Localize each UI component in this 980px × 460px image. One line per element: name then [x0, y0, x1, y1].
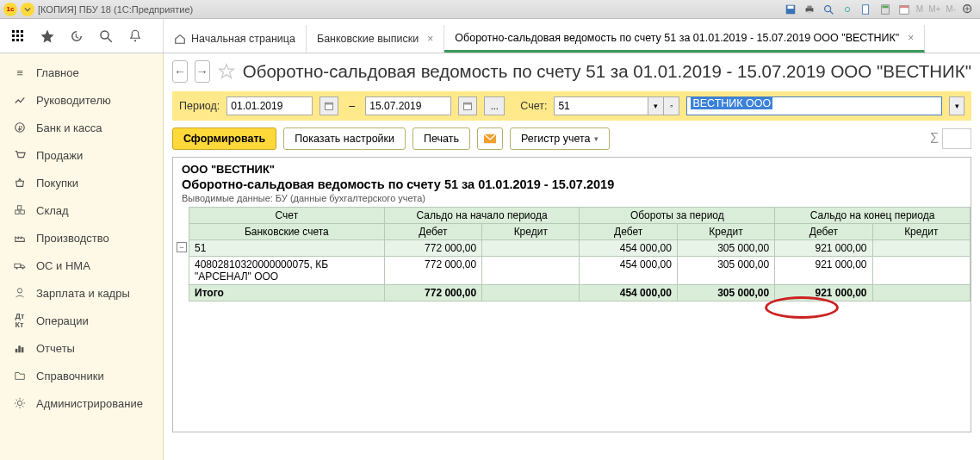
- sidebar-item-operations[interactable]: ДтКтОперации: [0, 307, 163, 334]
- sidebar-item-reports[interactable]: Отчеты: [0, 334, 163, 362]
- svg-rect-19: [16, 34, 19, 37]
- table-row[interactable]: −51 772 000,00 454 000,00 305 000,00 921…: [189, 240, 971, 257]
- tab-report-label: Оборотно-сальдовая ведомость по счету 51…: [455, 32, 899, 44]
- sidebar-item-manager[interactable]: Руководителю: [0, 86, 163, 114]
- sidebar-item-production[interactable]: Производство: [0, 224, 163, 252]
- email-button[interactable]: [477, 127, 503, 150]
- tab-home[interactable]: Начальная страница: [164, 25, 307, 53]
- calendar-icon[interactable]: [897, 3, 911, 16]
- svg-point-39: [17, 401, 22, 405]
- cell: 921 000,00: [775, 240, 872, 257]
- svg-rect-23: [21, 39, 23, 41]
- nav-forward-button[interactable]: →: [195, 60, 210, 83]
- history-icon[interactable]: [67, 27, 86, 46]
- memory-m[interactable]: M: [916, 4, 923, 14]
- sigma-value-box[interactable]: [942, 128, 971, 149]
- sigma-label: Σ: [930, 131, 939, 146]
- sidebar-label: ОС и НМА: [36, 259, 90, 272]
- sidebar-item-hr[interactable]: Зарплата и кадры: [0, 279, 163, 307]
- th-debit: Дебет: [775, 224, 872, 240]
- svg-rect-38: [22, 347, 24, 352]
- period-dialog-button[interactable]: ...: [484, 96, 505, 115]
- sidebar-item-warehouse[interactable]: Склад: [0, 196, 163, 224]
- account-input[interactable]: [554, 96, 648, 115]
- nav-back-button[interactable]: ←: [172, 60, 188, 83]
- svg-rect-1: [787, 5, 793, 9]
- sidebar-item-catalogs[interactable]: Справочники: [0, 362, 163, 389]
- svg-rect-29: [16, 210, 19, 214]
- print-icon[interactable]: [803, 3, 816, 16]
- date-from-input[interactable]: [226, 96, 313, 115]
- cell-acct: 51: [195, 242, 206, 254]
- search-toolbar-icon[interactable]: [96, 27, 115, 46]
- form-button[interactable]: Сформировать: [172, 127, 276, 150]
- tab-close-icon[interactable]: ×: [427, 33, 433, 45]
- tab-close-icon[interactable]: ×: [908, 32, 914, 44]
- calendar-from-icon[interactable]: [319, 96, 338, 115]
- sidebar-item-purchases[interactable]: Покупки: [0, 169, 163, 196]
- svg-rect-31: [17, 206, 21, 209]
- org-selected-text: ВЕСТНИК ООО: [691, 97, 772, 109]
- svg-point-5: [824, 5, 830, 11]
- account-dropdown-icon[interactable]: ▾: [648, 96, 664, 115]
- calendar-to-icon[interactable]: [458, 96, 477, 115]
- calc-icon[interactable]: [878, 3, 892, 16]
- organization-input[interactable]: ВЕСТНИК ООО: [686, 96, 942, 115]
- svg-rect-43: [464, 103, 472, 104]
- tree-collapse-icon[interactable]: −: [177, 242, 187, 252]
- memory-mplus[interactable]: M+: [928, 4, 940, 14]
- svg-rect-41: [326, 103, 333, 104]
- sidebar-item-bank[interactable]: ₽Банк и касса: [0, 114, 163, 141]
- cell-acct: Итого: [189, 285, 385, 301]
- show-settings-button[interactable]: Показать настройки: [283, 127, 406, 150]
- sidebar-item-assets[interactable]: ОС и НМА: [0, 252, 163, 279]
- star-icon[interactable]: [38, 27, 57, 46]
- link-icon[interactable]: [840, 3, 854, 16]
- sidebar-label: Склад: [36, 204, 69, 217]
- print-button[interactable]: Печать: [412, 127, 470, 150]
- th-account: Счет: [189, 208, 385, 224]
- truck-icon: [12, 258, 28, 273]
- tab-bank[interactable]: Банковские выписки ×: [307, 25, 444, 53]
- action-bar: Сформировать Показать настройки Печать Р…: [172, 121, 971, 157]
- svg-rect-32: [15, 264, 21, 267]
- sidebar-item-sales[interactable]: Продажи: [0, 141, 163, 169]
- zoom-in-icon[interactable]: [961, 3, 975, 16]
- dtkt-icon: ДтКт: [12, 313, 28, 328]
- report-area: ООО "ВЕСТНИК" Оборотно-сальдовая ведомос…: [172, 157, 971, 432]
- svg-text:₽: ₽: [18, 125, 22, 133]
- window-titlebar: 1c [КОПИЯ] ПБУ 18 (1С:Предприятие) M M+ …: [0, 0, 980, 19]
- cell: 921 000,00: [775, 257, 872, 285]
- favorite-star-icon[interactable]: [217, 62, 236, 81]
- table-row-total: Итого 772 000,00 454 000,00 305 000,00 9…: [189, 285, 971, 301]
- memory-mminus[interactable]: M-: [946, 4, 956, 14]
- sidebar-item-admin[interactable]: Администрирование: [0, 389, 163, 417]
- cell: 772 000,00: [384, 240, 481, 257]
- sidebar-label: Операции: [36, 314, 89, 327]
- table-row[interactable]: 40802810320000000075, КБ "АРСЕНАЛ" ООО 7…: [189, 257, 971, 285]
- search-icon[interactable]: [822, 3, 835, 16]
- tab-report[interactable]: Оборотно-сальдовая ведомость по счету 51…: [444, 25, 925, 53]
- register-button[interactable]: Регистр учета▾: [510, 127, 610, 150]
- svg-line-6: [830, 10, 834, 14]
- cart-icon: [12, 147, 28, 163]
- sidebar-item-main[interactable]: ≡Главное: [0, 59, 163, 86]
- app-dropdown[interactable]: [21, 3, 34, 16]
- bell-icon[interactable]: [126, 27, 145, 46]
- trend-icon: [12, 92, 28, 108]
- cell: 454 000,00: [580, 240, 677, 257]
- svg-rect-21: [12, 39, 15, 41]
- basket-icon: [12, 175, 28, 190]
- date-to-input[interactable]: [365, 96, 451, 115]
- account-open-icon[interactable]: ▫: [664, 96, 679, 115]
- sidebar-label: Зарплата и кадры: [36, 287, 130, 300]
- org-dropdown-icon[interactable]: ▾: [949, 96, 964, 115]
- cell: [482, 240, 580, 257]
- doc-icon[interactable]: [859, 3, 873, 16]
- menu-icon: ≡: [12, 65, 28, 80]
- form-button-label: Сформировать: [183, 133, 265, 145]
- apps-icon[interactable]: [9, 27, 28, 46]
- save-icon[interactable]: [784, 3, 797, 16]
- th-start: Сальдо на начало периода: [384, 208, 580, 224]
- sidebar-label: Справочники: [36, 370, 104, 382]
